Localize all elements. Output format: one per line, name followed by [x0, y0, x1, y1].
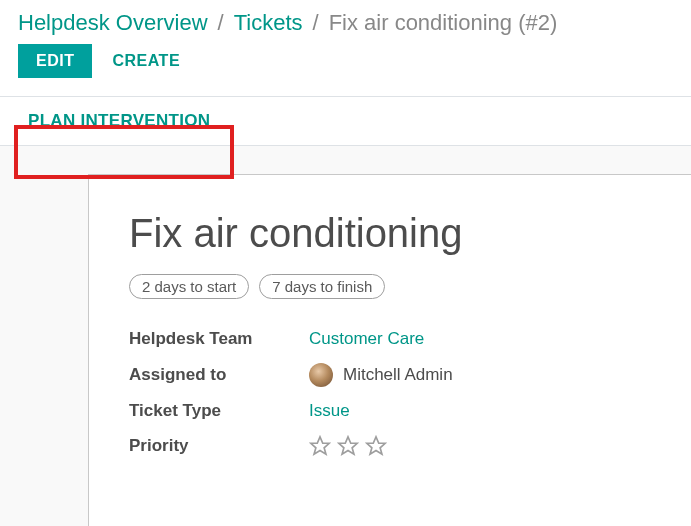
star-icon[interactable] [337, 435, 359, 457]
plan-intervention-button[interactable]: PLAN INTERVENTION [14, 97, 224, 145]
content-area: Fix air conditioning 2 days to start 7 d… [0, 146, 691, 526]
svg-marker-0 [311, 437, 329, 454]
svg-marker-2 [367, 437, 385, 454]
sla-tag: 7 days to finish [259, 274, 385, 299]
edit-button[interactable]: EDIT [18, 44, 92, 78]
action-bar: EDIT CREATE [0, 44, 691, 96]
field-value-ticket-type[interactable]: Issue [309, 401, 651, 421]
assignee-name: Mitchell Admin [343, 365, 453, 385]
breadcrumb-sep: / [313, 10, 319, 36]
record-title: Fix air conditioning [129, 211, 651, 256]
avatar [309, 363, 333, 387]
breadcrumb-root[interactable]: Helpdesk Overview [18, 10, 208, 36]
priority-stars [309, 435, 651, 457]
status-bar: PLAN INTERVENTION [0, 96, 691, 146]
svg-marker-1 [339, 437, 357, 454]
star-icon[interactable] [365, 435, 387, 457]
field-label-ticket-type: Ticket Type [129, 401, 309, 421]
breadcrumb-current: Fix air conditioning (#2) [329, 10, 558, 36]
breadcrumb-sep: / [218, 10, 224, 36]
sla-tags: 2 days to start 7 days to finish [129, 274, 651, 299]
field-label-helpdesk-team: Helpdesk Team [129, 329, 309, 349]
breadcrumb-parent[interactable]: Tickets [234, 10, 303, 36]
field-label-priority: Priority [129, 436, 309, 456]
field-grid: Helpdesk Team Customer Care Assigned to … [129, 329, 651, 457]
field-value-assigned-to[interactable]: Mitchell Admin [309, 363, 651, 387]
breadcrumb: Helpdesk Overview / Tickets / Fix air co… [0, 0, 691, 44]
field-value-helpdesk-team[interactable]: Customer Care [309, 329, 651, 349]
star-icon[interactable] [309, 435, 331, 457]
sla-tag: 2 days to start [129, 274, 249, 299]
field-label-assigned-to: Assigned to [129, 365, 309, 385]
create-button[interactable]: CREATE [112, 52, 180, 70]
form-sheet: Fix air conditioning 2 days to start 7 d… [88, 174, 691, 526]
